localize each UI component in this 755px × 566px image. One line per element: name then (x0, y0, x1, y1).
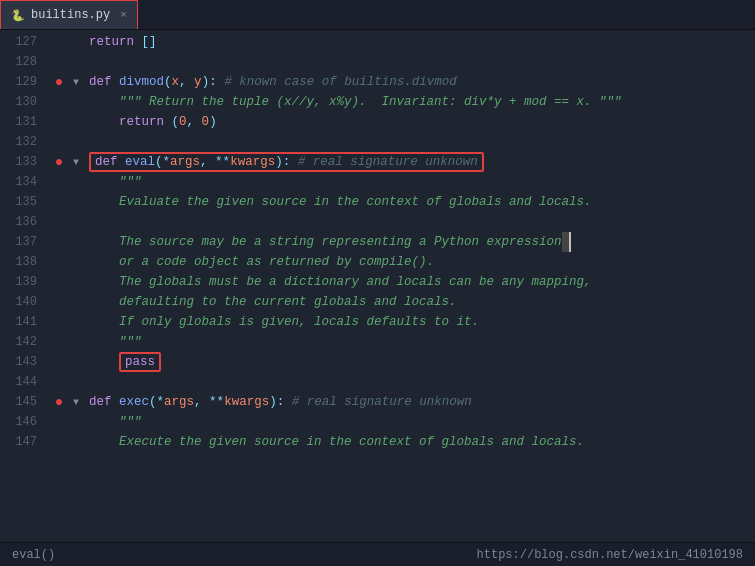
gutter-136 (45, 212, 73, 232)
gutter-134 (45, 172, 73, 192)
eval-signature-highlight: def eval(*args, **kwargs): # real signat… (89, 152, 484, 172)
gutter-146 (45, 412, 73, 432)
fold-141 (73, 312, 89, 332)
fold-139 (73, 272, 89, 292)
fold-134 (73, 172, 89, 192)
ln-131: 131 (0, 112, 37, 132)
pass-highlight: pass (119, 352, 161, 372)
tab-bar: 🐍 builtins.py × (0, 0, 755, 30)
ln-138: 138 (0, 252, 37, 272)
line-numbers: 127 128 129 130 131 132 133 134 135 136 … (0, 30, 45, 542)
gutter-142 (45, 332, 73, 352)
ln-141: 141 (0, 312, 37, 332)
fold-146 (73, 412, 89, 432)
code-line-144 (89, 372, 755, 392)
ln-133: 133 (0, 152, 37, 172)
fold-127 (73, 32, 89, 52)
fold-143 (73, 352, 89, 372)
fold-138 (73, 252, 89, 272)
ln-142: 142 (0, 332, 37, 352)
status-function: eval() (12, 548, 55, 562)
fold-128 (73, 52, 89, 72)
ln-127: 127 (0, 32, 37, 52)
gutter-132 (45, 132, 73, 152)
code-line-145: def exec(*args, **kwargs): # real signat… (89, 392, 755, 412)
gutter-140 (45, 292, 73, 312)
fold-icon-145[interactable]: ▼ (73, 397, 79, 408)
code-area: 127 128 129 130 131 132 133 134 135 136 … (0, 30, 755, 542)
breakpoint-133[interactable]: ● (55, 154, 63, 170)
fold-137 (73, 232, 89, 252)
cursor (562, 232, 572, 252)
gutter-144 (45, 372, 73, 392)
fold-144 (73, 372, 89, 392)
code-line-143: pass (89, 352, 755, 372)
code-line-127: return [] (89, 32, 755, 52)
fold-136 (73, 212, 89, 232)
ln-139: 139 (0, 272, 37, 292)
gutter-145: ● (45, 392, 73, 412)
gutter-133: ● (45, 152, 73, 172)
code-line-130: """ Return the tuple (x//y, x%y). Invari… (89, 92, 755, 112)
code-line-135: Evaluate the given source in the context… (89, 192, 755, 212)
status-url: https://blog.csdn.net/weixin_41010198 (477, 548, 743, 562)
tab-close-button[interactable]: × (120, 9, 127, 21)
ln-146: 146 (0, 412, 37, 432)
fold-142 (73, 332, 89, 352)
code-line-138: or a code object as returned by compile(… (89, 252, 755, 272)
ln-144: 144 (0, 372, 37, 392)
breakpoint-145[interactable]: ● (55, 394, 63, 410)
gutter-147 (45, 432, 73, 452)
ln-137: 137 (0, 232, 37, 252)
breakpoint-129[interactable]: ● (55, 74, 63, 90)
code-line-142: """ (89, 332, 755, 352)
gutter-127 (45, 32, 73, 52)
fold-column: ▼ ▼ ▼ (73, 30, 89, 542)
ln-130: 130 (0, 92, 37, 112)
tab-label: builtins.py (31, 8, 110, 22)
code-line-132 (89, 132, 755, 152)
tab-builtins-py[interactable]: 🐍 builtins.py × (0, 0, 138, 29)
fold-icon-133[interactable]: ▼ (73, 157, 79, 168)
gutter-143 (45, 352, 73, 372)
code-line-133: def eval(*args, **kwargs): # real signat… (89, 152, 755, 172)
code-line-147: Execute the given source in the context … (89, 432, 755, 452)
fold-135 (73, 192, 89, 212)
fold-133[interactable]: ▼ (73, 152, 89, 172)
gutter-128 (45, 52, 73, 72)
fold-145[interactable]: ▼ (73, 392, 89, 412)
code-line-128 (89, 52, 755, 72)
code-line-134: """ (89, 172, 755, 192)
gutter-130 (45, 92, 73, 112)
fold-147 (73, 432, 89, 452)
gutter-139 (45, 272, 73, 292)
ln-134: 134 (0, 172, 37, 192)
fold-129[interactable]: ▼ (73, 72, 89, 92)
code-line-137: The source may be a string representing … (89, 232, 755, 252)
gutter-131 (45, 112, 73, 132)
ln-135: 135 (0, 192, 37, 212)
code-line-140: defaulting to the current globals and lo… (89, 292, 755, 312)
ln-132: 132 (0, 132, 37, 152)
ln-143: 143 (0, 352, 37, 372)
ln-140: 140 (0, 292, 37, 312)
gutter-137 (45, 232, 73, 252)
code-text-area: return [] def divmod(x, y): # known case… (89, 30, 755, 542)
gutter-138 (45, 252, 73, 272)
ln-145: 145 (0, 392, 37, 412)
fold-icon-129[interactable]: ▼ (73, 77, 79, 88)
fold-130 (73, 92, 89, 112)
code-line-141: If only globals is given, locals default… (89, 312, 755, 332)
fold-132 (73, 132, 89, 152)
gutter-135 (45, 192, 73, 212)
code-line-139: The globals must be a dictionary and loc… (89, 272, 755, 292)
code-line-129: def divmod(x, y): # known case of builti… (89, 72, 755, 92)
fold-140 (73, 292, 89, 312)
python-file-icon: 🐍 (11, 9, 25, 22)
code-line-146: """ (89, 412, 755, 432)
code-line-136 (89, 212, 755, 232)
ln-147: 147 (0, 432, 37, 452)
gutter-column: ● ● ● (45, 30, 73, 542)
status-bar: eval() https://blog.csdn.net/weixin_4101… (0, 542, 755, 566)
fold-131 (73, 112, 89, 132)
